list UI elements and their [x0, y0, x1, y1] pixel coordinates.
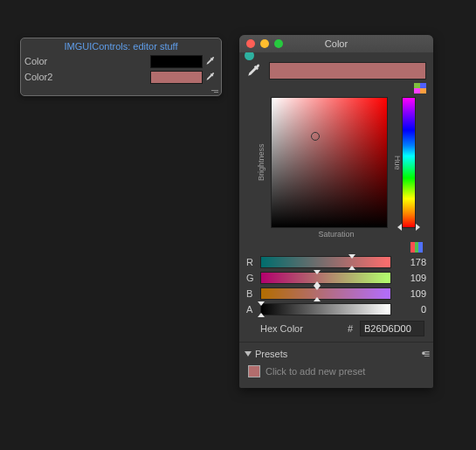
field-label-color: Color — [24, 56, 116, 66]
presets-label: Presets — [255, 349, 287, 359]
hex-row: Hex Color # — [260, 321, 424, 336]
r-slider[interactable] — [260, 256, 391, 268]
b-slider-row: B 109 — [246, 287, 426, 300]
close-window-button[interactable] — [246, 39, 255, 48]
color-picker-body: Brightness Hue Saturation R 178 — [239, 52, 433, 388]
sv-hue-area: Brightness Hue — [257, 97, 416, 228]
hex-label: Hex Color — [260, 323, 303, 334]
saturation-axis-label: Saturation — [246, 230, 426, 239]
slider-handle-icon[interactable] — [258, 301, 265, 306]
resize-grip-icon[interactable] — [210, 88, 218, 93]
field-label-color2: Color2 — [24, 72, 116, 82]
color2-field-row: Color2 — [21, 69, 221, 85]
a-slider-row: A 0 — [246, 303, 426, 315]
picker-mode-icon[interactable] — [414, 83, 426, 93]
a-label: A — [246, 304, 255, 315]
color-preview-swatch — [269, 62, 426, 80]
slider-handle-icon[interactable] — [348, 254, 355, 259]
a-value[interactable]: 0 — [397, 304, 426, 315]
b-slider[interactable] — [260, 287, 391, 300]
presets-menu-icon[interactable]: •≡ — [422, 348, 428, 360]
preview-row — [246, 62, 426, 80]
foldout-icon[interactable] — [245, 351, 252, 357]
brightness-axis-label: Brightness — [257, 97, 266, 228]
slider-mode-icon[interactable] — [410, 242, 423, 253]
inspector-title: IMGUIControls: editor stuff — [21, 38, 221, 53]
g-value[interactable]: 109 — [397, 273, 426, 283]
presets-header[interactable]: Presets •≡ — [245, 348, 428, 360]
a-slider[interactable] — [260, 303, 391, 315]
color-swatch[interactable] — [150, 55, 203, 68]
g-label: G — [246, 273, 255, 283]
color2-field-controls — [116, 71, 216, 84]
slider-handle-icon[interactable] — [314, 286, 321, 290]
color-field-row: Color — [21, 53, 221, 69]
current-preset-chip-icon[interactable] — [248, 365, 260, 377]
r-label: R — [246, 257, 255, 267]
saturation-brightness-field[interactable] — [271, 97, 388, 228]
minimize-window-button[interactable] — [260, 39, 269, 48]
slider-handle-icon[interactable] — [258, 313, 265, 317]
eyedropper-icon[interactable] — [205, 56, 216, 66]
hue-handle-icon[interactable] — [397, 224, 402, 231]
slider-handle-icon[interactable] — [314, 270, 321, 274]
b-value[interactable]: 109 — [397, 288, 426, 299]
window-titlebar[interactable]: Color — [239, 35, 433, 52]
color-field-controls — [116, 55, 216, 68]
g-slider-row: G 109 — [246, 272, 426, 284]
zoom-window-button[interactable] — [274, 39, 283, 48]
hash-icon: # — [348, 323, 353, 334]
slider-handle-icon[interactable] — [314, 297, 321, 301]
eyedropper-icon[interactable] — [246, 63, 262, 79]
hex-input[interactable] — [360, 321, 424, 336]
traffic-lights — [239, 39, 283, 48]
eyedropper-icon[interactable] — [205, 72, 216, 82]
hue-axis-label: Hue — [393, 97, 402, 228]
color2-swatch[interactable] — [150, 71, 203, 84]
presets-add-label: Click to add new preset — [266, 366, 365, 377]
hue-slider[interactable] — [402, 97, 416, 228]
r-slider-row: R 178 — [246, 256, 426, 268]
picker-mode-row — [246, 83, 426, 93]
sv-cursor-icon[interactable] — [311, 132, 320, 141]
inspector-window: IMGUIControls: editor stuff Color Color2 — [20, 38, 222, 96]
slider-mode-row — [246, 242, 423, 253]
g-slider[interactable] — [260, 272, 391, 284]
r-value[interactable]: 178 — [397, 257, 426, 267]
presets-add-row[interactable]: Click to add new preset — [248, 365, 426, 377]
divider — [239, 342, 433, 343]
b-label: B — [246, 288, 255, 299]
hue-handle-icon[interactable] — [416, 224, 420, 231]
slider-handle-icon[interactable] — [348, 266, 355, 270]
color-picker-window: Color Brightness Hue Saturatio — [239, 35, 433, 388]
